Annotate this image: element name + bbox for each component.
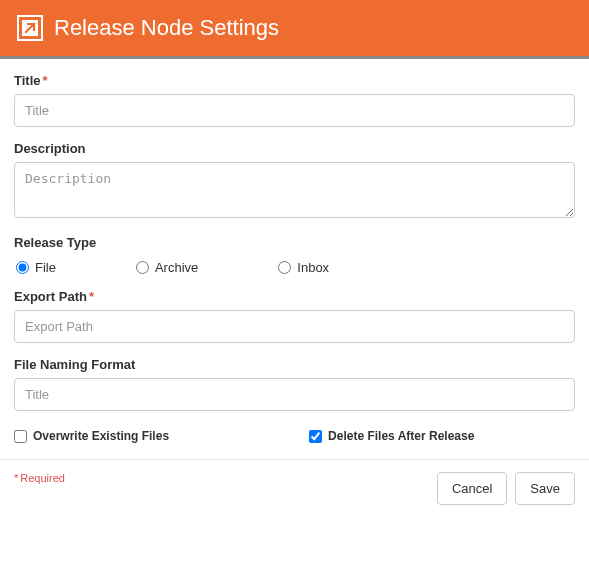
cancel-button[interactable]: Cancel	[437, 472, 507, 505]
release-icon	[16, 14, 44, 42]
dialog-body: Title* Description Release Type File Arc…	[0, 59, 589, 459]
release-node-settings-dialog: Release Node Settings Title* Description…	[0, 0, 589, 519]
release-type-options: File Archive Inbox	[14, 256, 575, 275]
export-path-input[interactable]	[14, 310, 575, 343]
description-label: Description	[14, 141, 86, 156]
file-naming-format-label: File Naming Format	[14, 357, 135, 372]
export-path-field: Export Path*	[14, 289, 575, 343]
release-type-archive-radio[interactable]	[136, 261, 149, 274]
required-star: *	[43, 73, 48, 88]
overwrite-checkbox-item[interactable]: Overwrite Existing Files	[14, 429, 169, 443]
file-naming-format-input[interactable]	[14, 378, 575, 411]
title-label: Title*	[14, 73, 48, 88]
footer-buttons: Cancel Save	[437, 472, 575, 505]
dialog-title: Release Node Settings	[54, 15, 279, 41]
file-naming-format-field: File Naming Format	[14, 357, 575, 411]
title-input[interactable]	[14, 94, 575, 127]
release-type-inbox[interactable]: Inbox	[278, 260, 329, 275]
save-button[interactable]: Save	[515, 472, 575, 505]
required-note: *Required	[14, 472, 65, 484]
title-field: Title*	[14, 73, 575, 127]
release-type-label: Release Type	[14, 235, 96, 250]
checkbox-row: Overwrite Existing Files Delete Files Af…	[14, 425, 575, 453]
release-type-file-radio[interactable]	[16, 261, 29, 274]
description-field: Description	[14, 141, 575, 221]
release-type-file[interactable]: File	[16, 260, 56, 275]
description-input[interactable]	[14, 162, 575, 218]
delete-after-checkbox-item[interactable]: Delete Files After Release	[309, 429, 474, 443]
export-path-label: Export Path*	[14, 289, 94, 304]
release-type-field: Release Type File Archive Inbox	[14, 235, 575, 275]
overwrite-checkbox[interactable]	[14, 430, 27, 443]
dialog-header: Release Node Settings	[0, 0, 589, 59]
dialog-footer: *Required Cancel Save	[0, 459, 589, 519]
delete-after-checkbox[interactable]	[309, 430, 322, 443]
release-type-inbox-radio[interactable]	[278, 261, 291, 274]
release-type-archive[interactable]: Archive	[136, 260, 198, 275]
required-star: *	[89, 289, 94, 304]
